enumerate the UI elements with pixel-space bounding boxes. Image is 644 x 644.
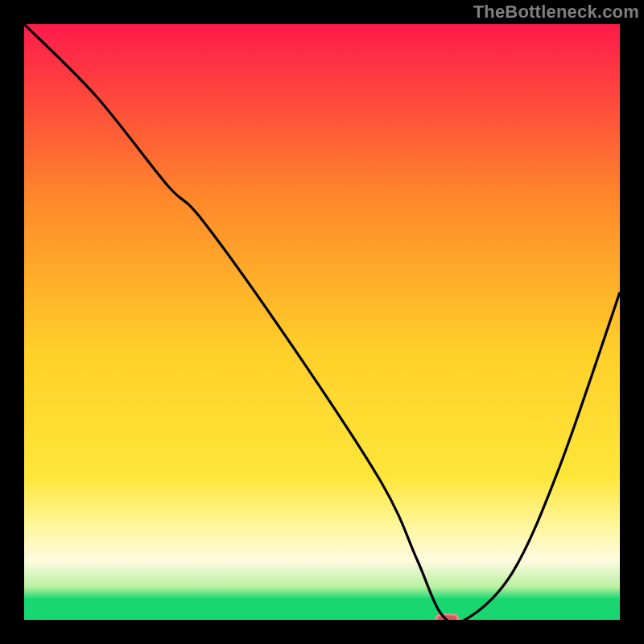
frame	[620, 0, 644, 644]
chart-container: { "watermark": "TheBottleneck.com", "col…	[0, 0, 644, 644]
bottleneck-chart	[0, 0, 644, 644]
gradient-background	[24, 24, 620, 620]
frame	[0, 620, 644, 644]
watermark-text: TheBottleneck.com	[473, 2, 639, 23]
frame	[0, 0, 24, 644]
